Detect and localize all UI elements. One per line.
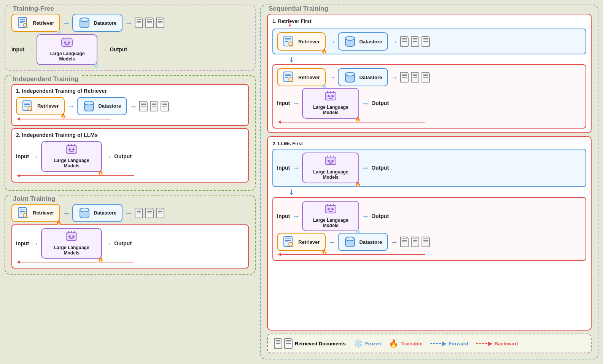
tf-arrow4: → <box>100 46 107 53</box>
jt-arr4: → <box>104 240 112 247</box>
tf-arrow2: → <box>125 19 132 27</box>
tf-datastore-box: Datastore <box>72 14 123 32</box>
jt-datastore-wrapper: Datastore <box>72 204 123 222</box>
llm-icon <box>60 37 74 48</box>
ind-docs <box>139 101 169 111</box>
tf-llm-row: Input → <box>11 34 249 65</box>
lf-doc1 <box>400 237 409 247</box>
lf-arr2: → <box>361 164 369 172</box>
ind-llm-icon <box>65 144 78 155</box>
rf-doc2 <box>411 36 419 47</box>
legend-docs-icon <box>274 338 293 349</box>
tf-output-label: Output <box>110 46 127 52</box>
lf-llm1-box: Large LanguageModels <box>302 153 359 183</box>
datastore-icon <box>78 17 91 29</box>
legend-frozen-item: ❄️ Frozen <box>353 339 382 348</box>
jt-datastore-box: Datastore <box>72 204 123 222</box>
lf-feedback-arrow <box>277 252 429 257</box>
svg-marker-23 <box>17 118 20 121</box>
tf-retriever-box: Retriever <box>11 14 60 32</box>
lf-arr5: → <box>328 238 336 246</box>
legend-forward-arrowhead: ▶ <box>442 340 446 347</box>
lf-row2-llm: Input → <box>277 201 582 232</box>
lf-down-arrow <box>288 189 295 196</box>
svg-point-9 <box>64 41 66 44</box>
legend-forward-dash <box>430 343 441 344</box>
rf-retriever-box: Retriever <box>277 32 326 51</box>
ind-datastore-label: Datastore <box>98 103 121 109</box>
ind-arr4: → <box>104 153 112 160</box>
rf-datastore-icon <box>344 35 356 48</box>
rf-feedback-arrow <box>277 119 429 125</box>
lf-input2: Input <box>277 213 290 219</box>
lf-doc3 <box>422 237 430 247</box>
lf-retriever-icon <box>283 236 295 248</box>
jt-datastore-label: Datastore <box>94 210 116 216</box>
jt-retriever-icon <box>18 207 30 219</box>
jt-doc2 <box>145 208 154 218</box>
ind-doc2 <box>150 101 158 111</box>
svg-rect-43 <box>70 238 73 239</box>
jt-input-label: Input <box>16 240 29 246</box>
ind-retriever-label: Retriever <box>37 103 59 109</box>
svg-point-84 <box>331 208 334 210</box>
ind-sub2: 2. Independent Training of LLMs Input → <box>11 128 249 183</box>
lf-arr1: → <box>292 164 300 172</box>
svg-point-56 <box>345 37 355 40</box>
jt-llm-section: Input → <box>11 224 249 269</box>
ind-datastore-icon <box>83 100 95 112</box>
lf-arr4: → <box>361 212 369 220</box>
rf-datastore2-label: Datastore <box>359 75 382 80</box>
rf-datastore2-box: Datastore <box>338 68 388 86</box>
legend-trainable-label: Trainable <box>401 341 422 347</box>
jt-feedback-arrow <box>16 259 138 265</box>
tf-datastore-wrapper: Datastore <box>72 14 123 32</box>
rf-retriever2-wrapper: Retriever ❄️ <box>277 68 326 86</box>
lf-arr6: → <box>390 238 398 246</box>
legend-backward-arrow: ▶ <box>476 340 492 347</box>
rf-docs1 <box>400 36 430 47</box>
ind-llm-flame: 🔥 <box>98 170 103 175</box>
rf-arr3: → <box>328 73 336 81</box>
lf-llm1-box: Input → <box>272 149 586 187</box>
rf-llm-wrapper: Large LanguageModels 🔥 <box>302 88 359 119</box>
rf-doc6 <box>422 72 430 83</box>
legend-docs-label: Retrieved Documents <box>295 341 346 347</box>
ind-doc1 <box>139 101 148 111</box>
rf-retriever-row-box: Retriever 🔥 → D <box>272 29 586 54</box>
rf-arr2: → <box>390 38 398 45</box>
legend-doc1 <box>274 338 282 349</box>
ind-retriever-wrapper: Retriever 🔥 <box>16 97 65 115</box>
sequential-training-section: Sequential Training 1. Retriever First <box>260 5 598 359</box>
rf-down-arrow <box>288 57 295 63</box>
ind-sub1-flow: Retriever 🔥 → Datastore <box>16 97 244 115</box>
tf-arrow1: → <box>62 19 70 27</box>
left-column: Training-Free <box>5 5 256 359</box>
ind-arr1: → <box>67 102 75 110</box>
legend-backward-dash <box>476 343 487 344</box>
rf-retriever-row: Retriever 🔥 → D <box>277 32 582 51</box>
lf-arr3: → <box>292 212 300 220</box>
llms-first-title: 2. LLMs First <box>272 141 586 146</box>
svg-marker-57 <box>290 60 293 63</box>
main-container: Training-Free <box>0 0 603 364</box>
tf-docs <box>135 17 164 28</box>
rf-datastore2-icon <box>344 71 356 83</box>
ind-datastore-box: Datastore <box>77 97 127 115</box>
legend-backward-item: ▶ Backward <box>476 340 518 347</box>
rf-llm-icon <box>324 91 337 102</box>
ind-llm-wrapper: Large LanguageModels 🔥 <box>41 141 102 172</box>
legend-trainable-item: 🔥 Trainable <box>389 339 422 348</box>
lf-llm1-icon <box>324 156 337 166</box>
lf-llm2-box: Large LanguageModels <box>302 201 359 232</box>
retriever-first-title: 1. Retriever First <box>272 18 586 24</box>
rf-retriever-wrapper: Retriever 🔥 <box>277 32 326 51</box>
rf-llm-box: Large LanguageModels <box>302 88 359 119</box>
ind-output-label: Output <box>114 153 132 159</box>
svg-marker-73 <box>278 121 281 124</box>
doc2 <box>145 17 154 28</box>
svg-rect-69 <box>329 98 333 99</box>
svg-point-76 <box>331 160 334 162</box>
lf-llm1-flame: 🔥 <box>355 182 361 186</box>
rf-doc1 <box>400 36 409 47</box>
